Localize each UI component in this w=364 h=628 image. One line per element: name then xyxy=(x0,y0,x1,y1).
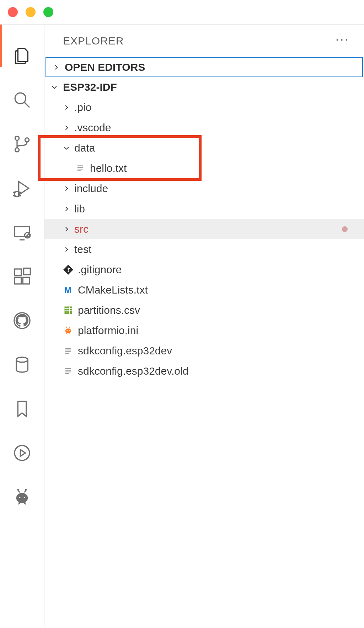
svg-point-39 xyxy=(67,330,68,331)
text-file-icon xyxy=(63,366,74,376)
svg-point-14 xyxy=(15,445,30,460)
platformio-icon xyxy=(12,487,32,508)
cmake-file-icon: M xyxy=(63,285,74,295)
svg-rect-11 xyxy=(24,268,31,275)
activity-extensions[interactable] xyxy=(0,255,44,299)
text-file-icon xyxy=(75,163,86,174)
git-file-icon xyxy=(63,264,74,275)
activity-active-indicator xyxy=(0,25,2,67)
tree-file-sdkconfig-old[interactable]: sdkconfig.esp32dev.old xyxy=(44,361,364,381)
svg-point-15 xyxy=(18,496,21,499)
activity-database[interactable] xyxy=(0,343,44,387)
tree-file-sdkconfig[interactable]: sdkconfig.esp32dev xyxy=(44,341,364,361)
svg-point-3 xyxy=(15,148,19,152)
database-icon xyxy=(12,355,32,376)
search-icon xyxy=(12,90,32,111)
svg-point-0 xyxy=(15,93,26,104)
workspace-section[interactable]: ESP32-IDF xyxy=(44,77,364,97)
svg-point-16 xyxy=(23,496,26,499)
text-file-icon xyxy=(63,345,74,356)
svg-point-40 xyxy=(69,330,70,331)
tree-label: include xyxy=(74,183,108,195)
tree-folder-src[interactable]: src xyxy=(44,219,364,239)
open-editors-label: OPEN EDITORS xyxy=(65,61,145,73)
file-tree: .pio .vscode data hello xyxy=(44,97,364,381)
chevron-down-icon xyxy=(51,83,58,91)
svg-point-44 xyxy=(70,326,71,327)
activity-bar xyxy=(0,25,44,628)
svg-point-4 xyxy=(25,138,29,142)
chevron-right-icon xyxy=(63,124,70,132)
svg-rect-9 xyxy=(15,277,21,284)
tree-folder-test[interactable]: test xyxy=(44,239,364,259)
chevron-right-icon xyxy=(63,104,70,111)
tree-label: sdkconfig.esp32dev xyxy=(78,345,172,357)
tree-label: .vscode xyxy=(74,122,111,134)
tree-label: CMakeLists.txt xyxy=(78,284,148,296)
tree-file-cmakelists[interactable]: M CMakeLists.txt xyxy=(44,280,364,300)
tree-label: lib xyxy=(74,203,85,215)
activity-remote[interactable] xyxy=(0,211,44,255)
svg-rect-10 xyxy=(23,277,30,284)
chevron-right-icon xyxy=(63,246,70,253)
tree-label: data xyxy=(74,142,95,154)
tree-label: partitions.csv xyxy=(78,304,140,316)
activity-search[interactable] xyxy=(0,79,44,123)
chevron-right-icon xyxy=(63,225,70,233)
tree-file-hello-txt[interactable]: hello.txt xyxy=(44,158,364,178)
tree-label: .pio xyxy=(74,101,91,114)
svg-point-20 xyxy=(25,489,27,491)
svg-rect-8 xyxy=(15,269,21,276)
chevron-right-icon xyxy=(53,63,60,71)
tree-folder-include[interactable]: include xyxy=(44,178,364,199)
svg-point-27 xyxy=(68,270,69,272)
activity-bookmarks[interactable] xyxy=(0,387,44,432)
tree-file-partitions-csv[interactable]: partitions.csv xyxy=(44,300,364,320)
activity-play[interactable] xyxy=(0,432,44,476)
tree-folder-lib[interactable]: lib xyxy=(44,199,364,219)
platformio-file-icon xyxy=(63,325,74,336)
window-maximize-button[interactable] xyxy=(43,7,53,17)
tree-folder-pio[interactable]: .pio xyxy=(44,97,364,117)
activity-github[interactable] xyxy=(0,299,44,343)
svg-line-1 xyxy=(25,102,30,107)
tree-label: sdkconfig.esp32dev.old xyxy=(78,365,188,377)
explorer-title: EXPLORER xyxy=(63,35,124,47)
chevron-down-icon xyxy=(63,144,70,152)
tree-label: src xyxy=(74,223,89,235)
tree-label: hello.txt xyxy=(90,162,127,174)
tree-label: .gitignore xyxy=(78,264,122,276)
github-icon xyxy=(12,311,32,332)
activity-run-debug[interactable] xyxy=(0,167,44,211)
window-titlebar xyxy=(0,0,364,24)
chevron-right-icon xyxy=(63,205,70,213)
chevron-right-icon xyxy=(63,185,70,192)
workspace-name: ESP32-IDF xyxy=(63,81,117,93)
tree-label: platformio.ini xyxy=(78,324,138,337)
svg-point-18 xyxy=(17,489,19,491)
run-debug-icon xyxy=(12,178,32,200)
files-icon xyxy=(12,46,32,67)
tree-file-gitignore[interactable]: .gitignore xyxy=(44,259,364,280)
activity-platformio[interactable] xyxy=(0,476,44,520)
activity-explorer[interactable] xyxy=(0,35,44,79)
window-minimize-button[interactable] xyxy=(26,7,36,17)
csv-file-icon xyxy=(63,305,74,316)
bookmark-icon xyxy=(12,399,32,420)
svg-text:M: M xyxy=(64,285,71,295)
play-circle-icon xyxy=(12,443,32,464)
svg-point-26 xyxy=(68,268,69,269)
extensions-icon xyxy=(12,266,32,288)
branch-icon xyxy=(12,134,32,155)
window-close-button[interactable] xyxy=(8,7,18,17)
explorer-header: EXPLORER ··· xyxy=(44,25,364,57)
activity-source-control[interactable] xyxy=(0,123,44,167)
svg-point-2 xyxy=(15,136,19,140)
svg-point-42 xyxy=(66,326,67,327)
tree-folder-data[interactable]: data xyxy=(44,138,364,158)
tree-file-platformio-ini[interactable]: platformio.ini xyxy=(44,320,364,341)
tree-folder-vscode[interactable]: .vscode xyxy=(44,117,364,138)
open-editors-section[interactable]: OPEN EDITORS xyxy=(46,57,363,77)
tree-label: test xyxy=(74,243,91,255)
remote-icon xyxy=(12,222,32,244)
